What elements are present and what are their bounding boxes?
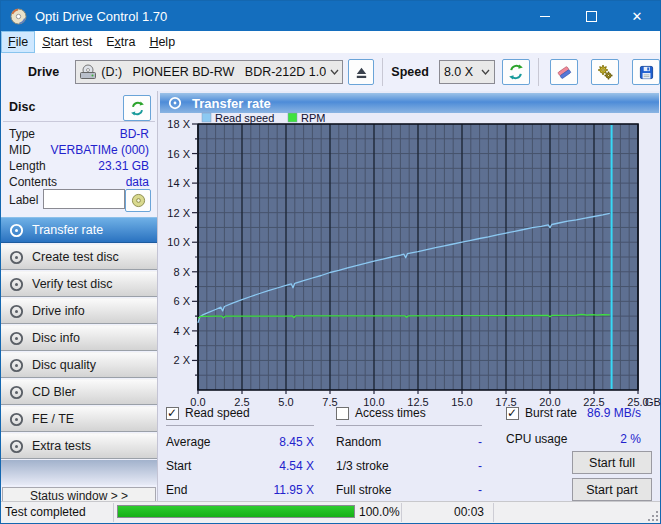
- read-speed-group: Read speed Average8.45 X Start4.54 X End…: [166, 406, 314, 499]
- minimize-button[interactable]: [522, 1, 568, 31]
- burst-rate-checkbox[interactable]: [506, 407, 519, 420]
- svg-text:6 X: 6 X: [173, 295, 190, 307]
- refresh-icon: [508, 64, 524, 80]
- sidebar-item-drive-info[interactable]: Drive info: [1, 298, 157, 324]
- erase-disc-button[interactable]: [550, 59, 578, 85]
- chevron-down-icon: [478, 69, 494, 75]
- panel-header: Transfer rate: [160, 93, 659, 113]
- access-times-checkbox[interactable]: [336, 407, 349, 420]
- elapsed-time: 00:03: [426, 505, 484, 519]
- close-icon: ✕: [632, 10, 643, 23]
- disc-icon: [9, 304, 24, 319]
- panel-title: Transfer rate: [192, 96, 271, 111]
- burst-group: Burst rate 86.9 MB/s CPU usage2 %: [506, 406, 641, 448]
- progress-bar: [117, 505, 355, 518]
- menu-start-test[interactable]: Start test: [35, 31, 99, 53]
- divider: [3, 121, 155, 122]
- start-row: Start4.54 X: [166, 459, 314, 475]
- divider: [493, 503, 494, 522]
- app-disc-icon: [10, 8, 27, 25]
- sidebar-item-create-test-disc[interactable]: Create test disc: [1, 244, 157, 270]
- disc-icon: [9, 439, 24, 454]
- close-button[interactable]: ✕: [614, 1, 660, 31]
- svg-text:16 X: 16 X: [167, 148, 190, 160]
- access-times-checkbox-label: Access times: [355, 406, 426, 420]
- average-row: Average8.45 X: [166, 435, 314, 451]
- eject-button[interactable]: [348, 59, 374, 85]
- one-third-stroke-row: 1/3 stroke-: [336, 459, 482, 475]
- gears-icon: [597, 64, 613, 80]
- divider: [113, 503, 114, 522]
- disc-type-row: TypeBD-R: [9, 127, 149, 143]
- transfer-rate-chart: 2 X4 X6 X8 X10 X12 X14 X16 X18 X0.02.55.…: [158, 112, 661, 410]
- menu-file[interactable]: File: [1, 31, 35, 53]
- resize-grip[interactable]: [647, 510, 659, 522]
- disc-mid-row: MIDVERBATIMe (000): [9, 143, 149, 159]
- svg-text:10 X: 10 X: [167, 236, 190, 248]
- read-speed-checkbox[interactable]: [166, 407, 179, 420]
- save-button[interactable]: [632, 59, 660, 85]
- window-title: Opti Drive Control 1.70: [35, 9, 167, 24]
- sidebar: Transfer rate Create test disc Verify te…: [1, 217, 157, 460]
- cpu-usage-row: CPU usage2 %: [506, 432, 641, 448]
- toolbar-separator: [382, 58, 383, 86]
- refresh-speeds-button[interactable]: [502, 59, 530, 85]
- minimize-icon: [540, 16, 550, 17]
- divider: [336, 425, 482, 426]
- end-row: End11.95 X: [166, 483, 314, 499]
- divider: [401, 503, 402, 522]
- left-panel: Disc TypeBD-R MIDVERBATIMe (000) Length2…: [1, 91, 158, 502]
- sidebar-item-cd-bler[interactable]: CD Bler: [1, 379, 157, 405]
- start-part-button[interactable]: Start part: [572, 478, 652, 501]
- svg-text:2 X: 2 X: [173, 354, 190, 366]
- statusbar: Test completed 100.0% 00:03: [1, 501, 660, 523]
- sidebar-item-fe-te[interactable]: FE / TE: [1, 406, 157, 432]
- toolbar: Drive (D:) PIONEER BD-RW BDR-212D 1.00 S…: [1, 53, 660, 92]
- menu-extra[interactable]: Extra: [99, 31, 142, 53]
- chevron-down-icon: [326, 69, 342, 75]
- drive-select[interactable]: (D:) PIONEER BD-RW BDR-212D 1.00: [75, 60, 343, 84]
- eject-icon: [354, 65, 369, 80]
- progress-percent: 100.0%: [359, 505, 400, 519]
- start-full-button[interactable]: Start full: [572, 451, 652, 474]
- read-speed-checkbox-label: Read speed: [185, 406, 250, 420]
- write-label-button[interactable]: [125, 189, 151, 212]
- maximize-button[interactable]: [568, 1, 614, 31]
- refresh-disc-button[interactable]: [123, 95, 151, 121]
- sidebar-item-disc-quality[interactable]: Disc quality: [1, 352, 157, 378]
- menu-help[interactable]: Help: [142, 31, 182, 53]
- sidebar-item-transfer-rate[interactable]: Transfer rate: [1, 217, 157, 243]
- disc-label-input[interactable]: [43, 189, 125, 209]
- app-window: Opti Drive Control 1.70 ✕ File Start tes…: [0, 0, 661, 524]
- titlebar: Opti Drive Control 1.70 ✕: [1, 1, 660, 31]
- divider: [166, 425, 314, 426]
- settings-button[interactable]: [591, 59, 619, 85]
- menubar: File Start test Extra Help: [1, 31, 660, 53]
- sidebar-filler: [1, 460, 157, 485]
- sidebar-item-extra-tests[interactable]: Extra tests: [1, 433, 157, 459]
- drive-label: Drive: [28, 65, 59, 79]
- toolbar-separator: [538, 58, 539, 86]
- sidebar-item-verify-test-disc[interactable]: Verify test disc: [1, 271, 157, 297]
- disc-icon: [9, 412, 24, 427]
- disc-icon: [9, 250, 24, 265]
- disc-icon: [9, 358, 24, 373]
- svg-text:4 X: 4 X: [173, 325, 190, 337]
- status-text: Test completed: [5, 505, 86, 519]
- disc-panel-title: Disc: [9, 100, 35, 114]
- burst-rate-value: 86.9 MB/s: [587, 406, 641, 420]
- speed-select[interactable]: 8.0 X: [439, 60, 495, 84]
- full-stroke-row: Full stroke-: [336, 483, 482, 499]
- svg-text:8 X: 8 X: [173, 266, 190, 278]
- burst-rate-checkbox-label: Burst rate: [525, 406, 577, 420]
- svg-text:GB: GB: [645, 396, 661, 408]
- svg-text:12 X: 12 X: [167, 207, 190, 219]
- refresh-icon: [130, 101, 145, 116]
- svg-text:14 X: 14 X: [167, 177, 190, 189]
- progress-fill: [118, 506, 354, 517]
- sidebar-item-disc-info[interactable]: Disc info: [1, 325, 157, 351]
- maximize-icon: [586, 11, 597, 22]
- speed-label: Speed: [391, 65, 429, 79]
- disc-length-row: Length23.31 GB: [9, 159, 149, 175]
- disc-icon: [168, 96, 182, 110]
